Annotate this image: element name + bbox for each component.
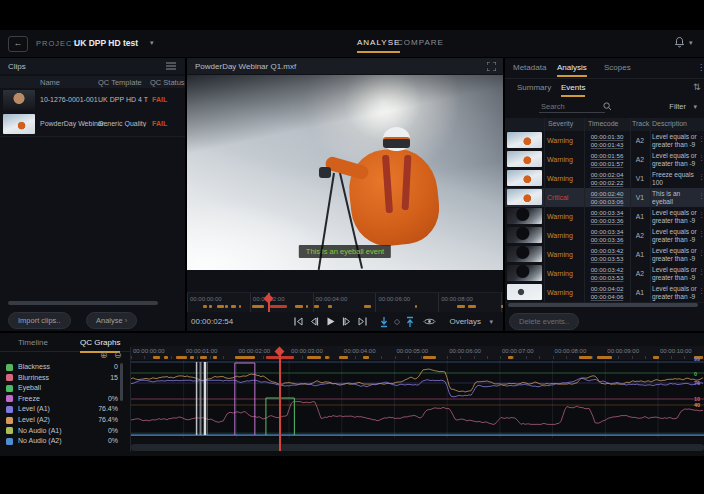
- clip-row[interactable]: PowderDay Webinar .Generic Quality Te..F…: [0, 112, 185, 137]
- event-kebab-icon[interactable]: ⋮: [698, 211, 704, 219]
- event-timecode[interactable]: 00:00:01:5600:00:01:57: [585, 152, 629, 168]
- event-kebab-icon[interactable]: ⋮: [698, 230, 704, 238]
- analyse-button[interactable]: Analyse ›: [86, 312, 137, 329]
- legend-item[interactable]: Level (A2)76.4%: [6, 415, 118, 426]
- project-label: PROJECT: [36, 39, 78, 48]
- event-row[interactable]: Warning00:00:03:4200:00:03:53A1Level equ…: [505, 245, 704, 265]
- project-chevron-icon[interactable]: ▾: [150, 39, 154, 47]
- graph-minor-tick: [144, 356, 145, 359]
- video-timeline-ruler[interactable]: 00:00:00:0000:00:02:0000:00:04:0000:00:0…: [187, 292, 503, 312]
- event-timecode[interactable]: 00:00:02:4000:00:03:06: [585, 190, 629, 206]
- legend-item[interactable]: Level (A1)76.4%: [6, 404, 118, 415]
- graph-event-mark: [176, 356, 188, 359]
- overlays-button[interactable]: Overlays: [449, 317, 481, 326]
- overlays-chevron-icon[interactable]: ▾: [489, 318, 493, 326]
- event-severity: Warning: [547, 289, 573, 296]
- zoom-in-icon[interactable]: ⊕: [100, 350, 108, 360]
- graph-minor-tick: [618, 356, 619, 359]
- graph-minor-tick: [210, 356, 211, 359]
- graph-minor-tick: [684, 356, 685, 359]
- tab-compare[interactable]: COMPARE: [397, 38, 444, 51]
- legend-item[interactable]: Eyeball: [6, 383, 118, 394]
- legend-item[interactable]: Blackness0: [6, 362, 118, 373]
- legend-item[interactable]: Freeze0%: [6, 394, 118, 405]
- graph-scroll-strip[interactable]: [131, 444, 704, 451]
- tab-metadata[interactable]: Metadata: [513, 63, 546, 75]
- event-kebab-icon[interactable]: ⋮: [698, 154, 704, 162]
- step-back-button[interactable]: [308, 316, 319, 327]
- step-forward-button[interactable]: [342, 316, 353, 327]
- event-row[interactable]: Warning00:00:03:3400:00:03:36A2Level equ…: [505, 226, 704, 246]
- graph-minor-tick: [408, 356, 409, 359]
- column-divider: [544, 118, 545, 302]
- refresh-icon[interactable]: ⇅: [693, 82, 701, 92]
- tab-analysis[interactable]: Analysis: [557, 63, 587, 77]
- event-timecode[interactable]: 00:00:03:3400:00:03:36: [585, 228, 629, 244]
- inspector-kebab-icon[interactable]: ⋮: [697, 63, 704, 72]
- event-row[interactable]: Warning00:00:01:3000:00:01:43A2Level equ…: [505, 131, 704, 151]
- graph-event-mark: [325, 356, 329, 359]
- graph-event-mark: [213, 356, 217, 359]
- event-kebab-icon[interactable]: ⋮: [698, 135, 704, 143]
- event-thumbnail: [507, 151, 542, 167]
- back-button[interactable]: ←: [8, 36, 28, 52]
- tab-analyse[interactable]: ANALYSE: [357, 38, 400, 53]
- event-timecode[interactable]: 00:00:01:3000:00:01:43: [585, 133, 629, 149]
- event-kebab-icon[interactable]: ⋮: [698, 268, 704, 276]
- event-kebab-icon[interactable]: ⋮: [698, 173, 704, 181]
- event-row[interactable]: Warning00:00:04:0200:00:04:06A1Level equ…: [505, 283, 704, 303]
- play-button[interactable]: [325, 316, 336, 327]
- event-kebab-icon[interactable]: ⋮: [698, 249, 704, 257]
- event-timecode[interactable]: 00:00:03:4200:00:03:53: [585, 247, 629, 263]
- event-timecode[interactable]: 00:00:02:0400:00:02:22: [585, 171, 629, 187]
- clip-row[interactable]: 10-1276-0001-001UK DPP HD 4 Track..FAIL: [0, 88, 185, 113]
- event-row[interactable]: Warning00:00:03:4200:00:03:53A2Level equ…: [505, 264, 704, 284]
- video-frame[interactable]: This is an eyeball event: [187, 75, 503, 270]
- event-row[interactable]: Warning00:00:01:5600:00:01:57A2Level equ…: [505, 150, 704, 170]
- graph-minor-tick: [553, 356, 554, 359]
- tab-scopes[interactable]: Scopes: [604, 63, 631, 75]
- legend-swatch: [6, 417, 13, 424]
- legend-item[interactable]: No Audio (A2)0%: [6, 436, 118, 447]
- legend-item[interactable]: No Audio (A1)0%: [6, 426, 118, 437]
- delete-events-button[interactable]: Delete events..: [509, 313, 579, 330]
- graph-playhead[interactable]: [279, 352, 281, 451]
- event-row[interactable]: Warning00:00:03:3400:00:03:36A1Level equ…: [505, 207, 704, 227]
- go-to-end-button[interactable]: [357, 316, 368, 327]
- subtab-events[interactable]: Events: [561, 83, 585, 97]
- tab-timeline[interactable]: Timeline: [18, 338, 48, 351]
- clips-horizontal-scrollbar[interactable]: [8, 301, 158, 305]
- next-event-marker-icon[interactable]: [405, 316, 415, 328]
- bell-chevron-icon[interactable]: ▾: [689, 39, 693, 47]
- bell-icon[interactable]: [674, 36, 685, 48]
- clips-menu-icon[interactable]: [166, 62, 176, 70]
- search-input[interactable]: [539, 101, 605, 113]
- eye-icon[interactable]: [423, 317, 436, 326]
- filter-button[interactable]: Filter: [669, 102, 686, 111]
- import-clips-button[interactable]: Import clips..: [8, 312, 71, 329]
- graph-axis-value: 40: [694, 402, 700, 408]
- legend-item[interactable]: Blurriness15: [6, 373, 118, 384]
- zoom-out-icon[interactable]: ⊖: [114, 350, 122, 360]
- ruler-label: 00:00:06:00: [378, 296, 410, 302]
- event-kebab-icon[interactable]: ⋮: [698, 287, 704, 295]
- go-to-start-button[interactable]: [293, 316, 304, 327]
- event-timecode[interactable]: 00:00:03:4200:00:03:53: [585, 266, 629, 282]
- project-name[interactable]: UK DPP HD test: [74, 38, 138, 48]
- events-col-description: Description: [652, 120, 687, 127]
- event-row[interactable]: Critical00:00:02:4000:00:03:06V1This is …: [505, 188, 704, 208]
- event-timecode[interactable]: 00:00:04:0200:00:04:06: [585, 285, 629, 301]
- filter-chevron-icon[interactable]: ▾: [693, 103, 697, 111]
- event-timecode[interactable]: 00:00:03:3400:00:03:36: [585, 209, 629, 225]
- previous-event-marker-icon[interactable]: [379, 316, 389, 328]
- legend-scrollbar[interactable]: [120, 363, 123, 401]
- ruler-tick: [313, 293, 314, 312]
- event-row[interactable]: Warning00:00:02:0400:00:02:22V1Freeze eq…: [505, 169, 704, 189]
- subtab-summary[interactable]: Summary: [517, 83, 551, 95]
- event-kebab-icon[interactable]: ⋮: [698, 192, 704, 200]
- transport-bar: 00:00:02:54 Overlays ▾: [187, 312, 503, 331]
- fullscreen-icon[interactable]: [487, 62, 496, 71]
- inspector-panel: Metadata Analysis Scopes ⋮ Summary Event…: [505, 58, 704, 331]
- events-horizontal-scrollbar[interactable]: [508, 303, 698, 307]
- events-col-timecode: Timecode: [588, 120, 618, 127]
